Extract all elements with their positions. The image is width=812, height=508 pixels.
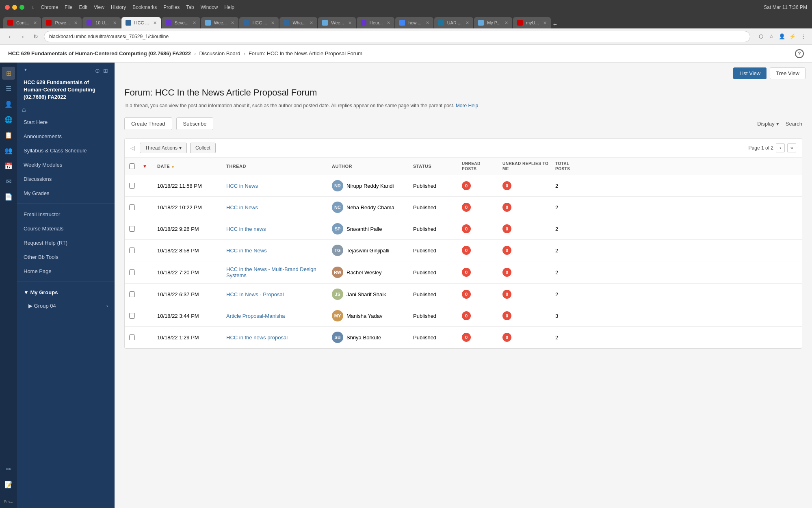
- view-menu[interactable]: View: [94, 4, 104, 10]
- subscribe-button[interactable]: Subscribe: [176, 117, 214, 130]
- extension-icon[interactable]: ⚡: [788, 33, 797, 41]
- icon-bar-pencil[interactable]: ✏: [2, 462, 15, 475]
- icon-bar-mail[interactable]: ✉: [2, 175, 15, 188]
- list-view-button[interactable]: List View: [733, 67, 767, 79]
- sidebar-item-my-grades[interactable]: My Grades: [17, 186, 115, 200]
- row-thread-1[interactable]: HCC in News: [223, 204, 329, 211]
- sidebar-icon-layout[interactable]: ⊞: [103, 67, 108, 74]
- sidebar-item-other-bb-tools[interactable]: Other Bb Tools: [17, 250, 115, 264]
- select-all-checkbox[interactable]: [129, 163, 135, 169]
- cast-icon[interactable]: ⬡: [757, 33, 765, 41]
- row-checkbox-0[interactable]: [125, 183, 139, 189]
- browser-tab-heur[interactable]: Heur... ✕: [357, 17, 394, 28]
- row-checkbox-5[interactable]: [125, 291, 139, 297]
- sidebar-item-start-here[interactable]: Start Here: [17, 115, 115, 129]
- last-page-button[interactable]: »: [787, 143, 796, 152]
- browser-tab-wha[interactable]: Wha... ✕: [279, 17, 317, 28]
- search-button[interactable]: Search: [786, 121, 802, 127]
- close-button[interactable]: [5, 5, 10, 10]
- sidebar-item-discussions[interactable]: Discussions: [17, 172, 115, 186]
- icon-bar-doc[interactable]: 📄: [2, 190, 15, 203]
- sidebar-item-announcements[interactable]: Announcements: [17, 129, 115, 143]
- sidebar-item-course-materials[interactable]: Course Materials: [17, 221, 115, 236]
- profiles-menu[interactable]: Profiles: [163, 4, 180, 10]
- browser-tab-seve[interactable]: Seve... ✕: [162, 17, 200, 28]
- icon-bar-calendar[interactable]: 📅: [2, 159, 15, 172]
- browser-tab-myp[interactable]: My P... ✕: [474, 17, 512, 28]
- sidebar-item-weekly-modules[interactable]: Weekly Modules: [17, 158, 115, 172]
- back-button[interactable]: ‹: [5, 32, 15, 41]
- row-thread-6[interactable]: Article Proposal-Manisha: [223, 313, 329, 319]
- row-thread-7[interactable]: HCC in the news proposal: [223, 334, 329, 341]
- tree-view-button[interactable]: Tree View: [770, 67, 806, 79]
- sidebar-home-icon[interactable]: ⌂: [22, 106, 26, 113]
- browser-tab-wee2[interactable]: Wee... ✕: [318, 17, 356, 28]
- icon-bar-user[interactable]: 👤: [2, 98, 15, 111]
- sidebar-item-syllabus[interactable]: Syllabus & Class Schedule: [17, 143, 115, 158]
- create-thread-button[interactable]: Create Thread: [124, 117, 172, 130]
- browser-tab-wee1[interactable]: Wee... ✕: [201, 17, 239, 28]
- window-menu[interactable]: Window: [201, 4, 218, 10]
- new-tab-button[interactable]: +: [553, 21, 557, 28]
- row-total-6: 3: [552, 313, 585, 319]
- row-thread-3[interactable]: HCC in the News: [223, 247, 329, 254]
- icon-bar-menu[interactable]: ☰: [2, 82, 15, 95]
- forward-button[interactable]: ›: [18, 32, 28, 41]
- row-checkbox-1[interactable]: [125, 204, 139, 210]
- sidebar-icon-settings[interactable]: ⊙: [95, 67, 100, 74]
- profile-icon[interactable]: 👤: [778, 33, 786, 41]
- browser-tab-10u[interactable]: 10 U... ✕: [82, 17, 120, 28]
- apple-menu[interactable]: : [32, 4, 34, 10]
- breadcrumb-discussion[interactable]: Discussion Board: [199, 50, 240, 56]
- row-thread-4[interactable]: HCC in the News - Multi-Brand Design Sys…: [223, 266, 329, 278]
- browser-tab-how[interactable]: how ... ✕: [395, 17, 433, 28]
- icon-bar-list[interactable]: 📋: [2, 128, 15, 141]
- history-menu[interactable]: History: [111, 4, 126, 10]
- header-select-all[interactable]: [125, 163, 139, 169]
- bookmarks-menu[interactable]: Bookmarks: [132, 4, 157, 10]
- more-help-link[interactable]: More Help: [456, 103, 478, 109]
- maximize-button[interactable]: [19, 5, 24, 10]
- collect-button[interactable]: Collect: [190, 143, 216, 153]
- sidebar-my-groups-section[interactable]: ▼ My Groups: [17, 285, 115, 300]
- settings-icon[interactable]: ⋮: [799, 33, 807, 41]
- row-checkbox-7[interactable]: [125, 334, 139, 340]
- row-checkbox-3[interactable]: [125, 247, 139, 253]
- sidebar-item-email-instructor[interactable]: Email Instructor: [17, 207, 115, 221]
- file-menu[interactable]: File: [65, 4, 72, 10]
- display-button[interactable]: Display ▾: [757, 121, 779, 127]
- row-checkbox-6[interactable]: [125, 313, 139, 319]
- row-total-3: 2: [552, 247, 585, 254]
- sidebar-item-home-page[interactable]: Home Page: [17, 264, 115, 278]
- icon-bar-home[interactable]: ⊞: [2, 67, 15, 80]
- browser-tab-cont[interactable]: Cont... ✕: [3, 17, 41, 28]
- next-page-button[interactable]: ›: [776, 143, 785, 152]
- row-thread-5[interactable]: HCC In News - Proposal: [223, 291, 329, 297]
- browser-tab-hcc-active[interactable]: HCC ... ✕: [121, 17, 161, 28]
- url-box[interactable]: blackboard.umbc.edu/ultra/courses/_70529…: [44, 31, 750, 42]
- reload-button[interactable]: ↻: [31, 32, 41, 41]
- chrome-menu[interactable]: Chrome: [41, 4, 58, 10]
- browser-tab-hcc2[interactable]: HCC ... ✕: [239, 17, 279, 28]
- minimize-button[interactable]: [12, 5, 17, 10]
- browser-tab-uar[interactable]: UAR ... ✕: [434, 17, 473, 28]
- row-thread-2[interactable]: HCC in the news: [223, 226, 329, 232]
- bookmark-icon[interactable]: ☆: [767, 33, 775, 41]
- edit-menu[interactable]: Edit: [79, 4, 87, 10]
- sidebar-item-group04[interactable]: ▶ Group 04 ›: [17, 300, 115, 312]
- help-button[interactable]: ?: [795, 49, 804, 58]
- row-checkbox-2[interactable]: [125, 226, 139, 232]
- tab-menu[interactable]: Tab: [186, 4, 194, 10]
- icon-bar-edit[interactable]: 📝: [2, 478, 15, 491]
- traffic-lights[interactable]: [5, 5, 24, 10]
- sidebar-item-request-help[interactable]: Request Help (RT): [17, 236, 115, 250]
- header-date[interactable]: DATE ⬦: [154, 164, 223, 169]
- thread-actions-button[interactable]: Thread Actions ▾: [140, 143, 187, 153]
- help-menu[interactable]: Help: [224, 4, 234, 10]
- icon-bar-globe[interactable]: 🌐: [2, 113, 15, 126]
- icon-bar-group[interactable]: 👥: [2, 144, 15, 157]
- browser-tab-powe[interactable]: Powe... ✕: [42, 17, 82, 28]
- row-checkbox-4[interactable]: [125, 269, 139, 275]
- browser-tab-myu[interactable]: myU... ✕: [513, 17, 551, 28]
- row-thread-0[interactable]: HCC in News: [223, 183, 329, 189]
